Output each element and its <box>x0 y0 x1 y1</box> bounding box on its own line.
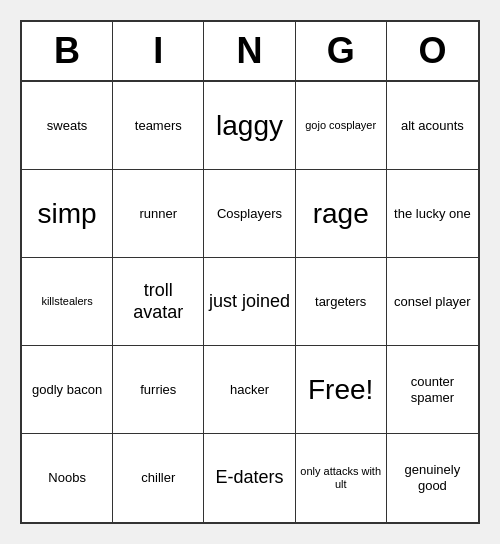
cell-text: Free! <box>308 373 373 407</box>
cell-text: simp <box>38 197 97 231</box>
bingo-card: BINGO sweatsteamerslaggygojo cosplayeral… <box>20 20 480 524</box>
bingo-cell: E-daters <box>204 434 295 522</box>
bingo-cell: Noobs <box>22 434 113 522</box>
bingo-cell: only attacks with ult <box>296 434 387 522</box>
bingo-cell: Free! <box>296 346 387 434</box>
bingo-cell: counter spamer <box>387 346 478 434</box>
cell-text: sweats <box>47 118 87 134</box>
cell-text: counter spamer <box>391 374 474 405</box>
bingo-cell: killstealers <box>22 258 113 346</box>
header-letter: I <box>113 22 204 80</box>
bingo-cell: teamers <box>113 82 204 170</box>
cell-text: troll avatar <box>117 280 199 323</box>
cell-text: gojo cosplayer <box>305 119 376 132</box>
bingo-cell: runner <box>113 170 204 258</box>
bingo-cell: sweats <box>22 82 113 170</box>
bingo-cell: consel player <box>387 258 478 346</box>
cell-text: only attacks with ult <box>300 465 382 491</box>
cell-text: hacker <box>230 382 269 398</box>
cell-text: godly bacon <box>32 382 102 398</box>
bingo-cell: laggy <box>204 82 295 170</box>
cell-text: chiller <box>141 470 175 486</box>
header-letter: N <box>204 22 295 80</box>
cell-text: killstealers <box>41 295 92 308</box>
bingo-cell: just joined <box>204 258 295 346</box>
cell-text: runner <box>140 206 178 222</box>
cell-text: just joined <box>209 291 290 313</box>
cell-text: teamers <box>135 118 182 134</box>
header-letter: B <box>22 22 113 80</box>
cell-text: laggy <box>216 109 283 143</box>
cell-text: alt acounts <box>401 118 464 134</box>
bingo-cell: alt acounts <box>387 82 478 170</box>
cell-text: E-daters <box>215 467 283 489</box>
bingo-cell: genuinely good <box>387 434 478 522</box>
bingo-cell: furries <box>113 346 204 434</box>
bingo-cell: simp <box>22 170 113 258</box>
header-letter: G <box>296 22 387 80</box>
cell-text: furries <box>140 382 176 398</box>
bingo-cell: troll avatar <box>113 258 204 346</box>
bingo-grid: sweatsteamerslaggygojo cosplayeralt acou… <box>22 82 478 522</box>
bingo-cell: godly bacon <box>22 346 113 434</box>
bingo-header: BINGO <box>22 22 478 82</box>
bingo-cell: chiller <box>113 434 204 522</box>
cell-text: targeters <box>315 294 366 310</box>
header-letter: O <box>387 22 478 80</box>
cell-text: the lucky one <box>394 206 471 222</box>
cell-text: genuinely good <box>391 462 474 493</box>
bingo-cell: the lucky one <box>387 170 478 258</box>
bingo-cell: rage <box>296 170 387 258</box>
bingo-cell: Cosplayers <box>204 170 295 258</box>
bingo-cell: gojo cosplayer <box>296 82 387 170</box>
cell-text: Cosplayers <box>217 206 282 222</box>
cell-text: rage <box>313 197 369 231</box>
cell-text: consel player <box>394 294 471 310</box>
bingo-cell: hacker <box>204 346 295 434</box>
cell-text: Noobs <box>48 470 86 486</box>
bingo-cell: targeters <box>296 258 387 346</box>
